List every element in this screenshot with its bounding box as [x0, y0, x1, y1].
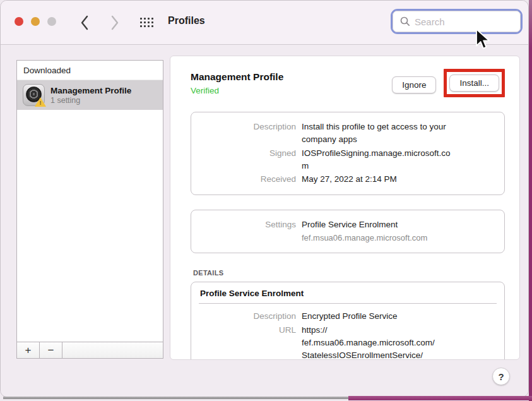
back-button[interactable]	[78, 13, 92, 32]
search-input[interactable]	[415, 16, 509, 27]
profile-info-box: Description Install this profile to get …	[191, 112, 505, 195]
sidebar-item-subtitle: 1 setting	[50, 96, 131, 105]
bottom-bar-gray-segment	[3, 397, 348, 399]
install-button[interactable]: Install...	[449, 75, 499, 92]
red-highlight-annotation: Install...	[444, 69, 505, 97]
sidebar-item-management-profile[interactable]: ! Management Profile 1 setting	[17, 80, 163, 110]
profile-icon: !	[23, 84, 45, 106]
add-profile-button[interactable]: +	[17, 342, 40, 358]
bottom-bar-magenta-segment	[348, 396, 532, 400]
zoom-window-button	[47, 17, 56, 26]
settings-box: Settings Profile Service Enrolment fef.m…	[191, 210, 505, 253]
backdrop-edge-right	[529, 0, 532, 401]
details-box: Profile Service Enrolment Description En…	[191, 282, 505, 360]
info-row-received: Received May 27, 2022 at 2:14 PM	[191, 173, 494, 186]
remove-profile-button[interactable]: −	[40, 342, 62, 358]
details-row-url: URL https:// fef.msua06.manage.microsoft…	[191, 324, 504, 360]
mouse-cursor-icon	[475, 28, 490, 52]
ignore-button[interactable]: Ignore	[392, 76, 436, 93]
close-window-button[interactable]	[15, 17, 23, 26]
profile-title: Management Profile	[191, 71, 283, 83]
details-box-title: Profile Service Enrolment	[191, 282, 504, 303]
search-icon	[399, 16, 411, 27]
window-controls	[15, 17, 56, 26]
settings-subvalue: fef.msua06.manage.microsoft.com	[302, 232, 494, 244]
profiles-sidebar: Downloaded ! Management Profile 1 settin…	[16, 60, 163, 359]
page-title: Profiles	[168, 15, 205, 27]
profile-detail-panel: Management Profile Verified Ignore Insta…	[170, 56, 520, 360]
verified-status-badge: Verified	[191, 86, 283, 95]
sidebar-item-title: Management Profile	[50, 86, 131, 95]
forward-button[interactable]	[108, 13, 122, 32]
sidebar-section-header: Downloaded	[17, 61, 163, 80]
info-row-description: Description Install this profile to get …	[191, 121, 494, 147]
details-section-header: DETAILS	[193, 269, 505, 277]
settings-row: Settings Profile Service Enrolment fef.m…	[191, 218, 494, 244]
titlebar: Profiles	[1, 1, 528, 45]
info-row-signed: Signed IOSProfileSigning.manage.microsof…	[191, 147, 494, 173]
search-field[interactable]	[391, 9, 523, 34]
profiles-window: Profiles Downloaded ! Management Profile	[0, 0, 529, 397]
content-area: Downloaded ! Management Profile 1 settin…	[1, 45, 528, 397]
minimize-window-button[interactable]	[31, 17, 40, 26]
details-row-description: Description Encrypted Profile Service	[191, 310, 504, 323]
divider	[199, 303, 497, 304]
show-all-preferences-icon[interactable]	[140, 18, 153, 27]
settings-value: Profile Service Enrolment	[302, 218, 494, 231]
help-button[interactable]: ?	[492, 368, 510, 385]
sidebar-footer: + −	[17, 342, 163, 358]
